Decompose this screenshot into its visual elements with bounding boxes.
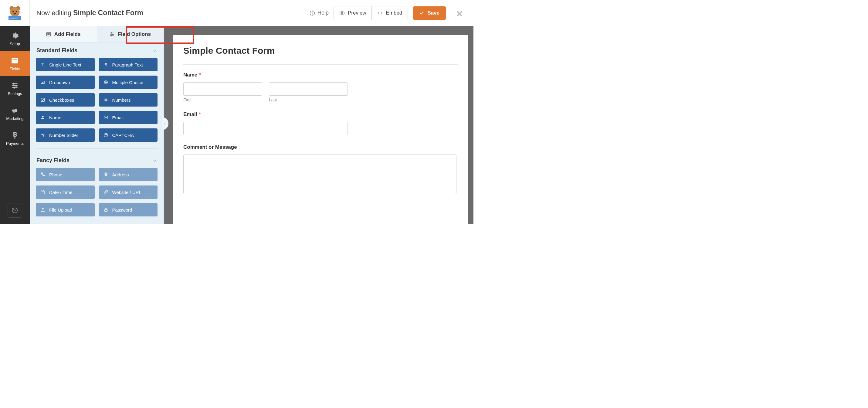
rail-item-marketing[interactable]: Marketing xyxy=(0,101,30,126)
field-address[interactable]: Address xyxy=(99,168,158,181)
svg-point-2 xyxy=(10,7,20,17)
svg-point-22 xyxy=(14,87,15,88)
field-phone[interactable]: Phone xyxy=(36,168,95,181)
tab-field-options-label: Field Options xyxy=(118,31,151,37)
bullhorn-icon xyxy=(11,106,19,115)
message-textarea[interactable] xyxy=(183,155,457,194)
close-button[interactable] xyxy=(454,8,466,18)
mail-icon xyxy=(103,115,108,120)
field-name[interactable]: Name xyxy=(36,111,95,124)
rail-item-settings[interactable]: Settings xyxy=(0,76,30,101)
top-actions: Help Preview Embed Save xyxy=(310,6,473,20)
save-label: Save xyxy=(427,10,439,16)
rail-label-marketing: Marketing xyxy=(6,116,23,121)
rail-item-fields[interactable]: Fields xyxy=(0,51,30,76)
last-name-input[interactable] xyxy=(269,82,348,96)
editing-prefix: Now editing xyxy=(36,9,71,17)
group-standard-header[interactable]: Standard Fields xyxy=(30,42,163,57)
svg-point-3 xyxy=(12,11,14,12)
svg-rect-8 xyxy=(9,18,17,18)
embed-button[interactable]: Embed xyxy=(371,6,408,20)
name-label: Name * xyxy=(183,72,458,78)
canvas-divider xyxy=(183,64,458,65)
form-canvas[interactable]: Simple Contact Form Name * First xyxy=(173,35,468,224)
rail-item-payments[interactable]: Payments xyxy=(0,126,30,151)
upload-icon xyxy=(40,207,45,212)
preview-button[interactable]: Preview xyxy=(334,6,371,20)
canvas-field-email[interactable]: Email * xyxy=(183,112,458,135)
captcha-icon xyxy=(103,133,108,137)
chip-label: Dropdown xyxy=(49,80,70,85)
canvas-field-name[interactable]: Name * First Last xyxy=(183,72,458,102)
check-icon xyxy=(420,11,424,15)
svg-point-10 xyxy=(312,14,313,14)
group-fancy-header[interactable]: Fancy Fields xyxy=(30,152,163,167)
eye-icon xyxy=(339,10,345,16)
svg-rect-13 xyxy=(12,59,13,60)
form-name[interactable]: Simple Contact Form xyxy=(73,9,143,17)
chip-label: Password xyxy=(112,207,132,213)
field-single-line-text[interactable]: Single Line Text xyxy=(36,58,95,71)
field-dropdown[interactable]: Dropdown xyxy=(36,75,95,89)
phone-icon xyxy=(40,172,45,177)
history-button[interactable] xyxy=(8,203,22,218)
chip-label: Date / Time xyxy=(49,190,72,195)
svg-rect-48 xyxy=(41,191,44,194)
svg-line-39 xyxy=(106,98,107,101)
app-logo xyxy=(0,0,30,26)
svg-point-44 xyxy=(42,134,43,135)
select-icon xyxy=(40,80,45,85)
field-password[interactable]: Password xyxy=(99,203,158,216)
field-website-url[interactable]: Website / URL xyxy=(99,186,158,199)
chevron-down-icon xyxy=(153,48,157,53)
chip-label: Single Line Text xyxy=(49,62,81,67)
svg-line-38 xyxy=(105,98,105,101)
email-input[interactable] xyxy=(183,122,348,135)
svg-rect-52 xyxy=(104,210,107,211)
field-captcha[interactable]: CAPTCHA xyxy=(99,128,158,142)
dollar-icon xyxy=(11,130,19,139)
field-multiple-choice[interactable]: Multiple Choice xyxy=(99,75,158,89)
panel-body: Standard Fields Single Line Text Paragra… xyxy=(30,42,163,224)
link-icon xyxy=(103,190,108,195)
help-button[interactable]: Help xyxy=(310,10,329,16)
canvas-wrap: Simple Contact Form Name * First xyxy=(164,26,473,224)
svg-point-31 xyxy=(111,35,112,36)
main-row: Setup Fields Settings Marketing xyxy=(0,26,473,224)
field-checkboxes[interactable]: Checkboxes xyxy=(36,93,95,106)
tab-field-options[interactable]: Field Options xyxy=(97,26,164,42)
rail-item-setup[interactable]: Setup xyxy=(0,26,30,51)
last-name-col: Last xyxy=(269,82,348,102)
field-paragraph-text[interactable]: Paragraph Text xyxy=(99,58,158,71)
help-label: Help xyxy=(317,10,329,16)
canvas-field-message[interactable]: Comment or Message xyxy=(183,144,458,194)
chip-label: Email xyxy=(112,115,124,120)
tab-add-fields[interactable]: Add Fields xyxy=(30,26,97,42)
rail-label-settings: Settings xyxy=(8,91,22,96)
panel-tabs: Add Fields Field Options xyxy=(30,26,163,42)
email-label-text: Email xyxy=(183,112,197,118)
canvas-form-title[interactable]: Simple Contact Form xyxy=(183,45,458,56)
field-email[interactable]: Email xyxy=(99,111,158,124)
required-asterisk: * xyxy=(199,72,201,78)
first-name-input[interactable] xyxy=(183,82,262,96)
text-icon xyxy=(40,62,45,67)
field-options-icon xyxy=(109,31,115,37)
svg-rect-32 xyxy=(41,81,44,84)
sliders-icon xyxy=(11,81,19,90)
svg-rect-15 xyxy=(12,61,13,61)
field-number-slider[interactable]: Number Slider xyxy=(36,128,95,142)
save-button[interactable]: Save xyxy=(413,6,446,20)
chip-label: Name xyxy=(49,115,61,120)
field-date-time[interactable]: Date / Time xyxy=(36,186,95,199)
rail-label-payments: Payments xyxy=(6,141,24,146)
svg-point-20 xyxy=(13,83,14,84)
svg-point-30 xyxy=(112,34,113,35)
history-icon xyxy=(11,207,18,214)
fancy-fields-grid: Phone Address Date / Time Website / URL xyxy=(30,167,163,221)
field-file-upload[interactable]: File Upload xyxy=(36,203,95,216)
name-label-text: Name xyxy=(183,72,197,78)
chevron-down-icon xyxy=(153,158,157,163)
field-numbers[interactable]: Numbers xyxy=(99,93,158,106)
svg-point-40 xyxy=(42,116,43,118)
